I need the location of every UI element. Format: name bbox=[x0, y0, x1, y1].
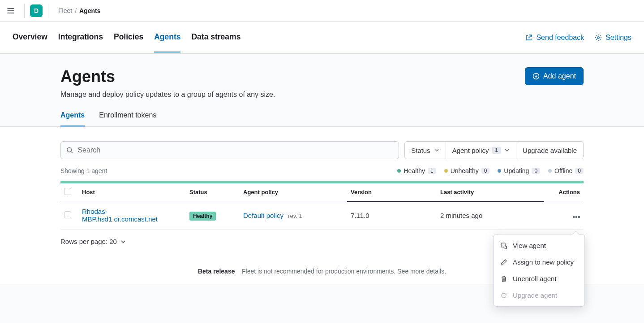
status-updating[interactable]: Updating 0 bbox=[498, 167, 540, 174]
page-description: Manage and deploy policy updates to a gr… bbox=[60, 91, 275, 99]
settings-label: Settings bbox=[605, 34, 631, 42]
th-agent-policy[interactable]: Agent policy bbox=[240, 183, 347, 201]
menu-label: Upgrade agent bbox=[513, 291, 557, 299]
row-actions-button[interactable] bbox=[573, 216, 580, 218]
status-label: Unhealthy bbox=[451, 167, 479, 174]
th-last-activity[interactable]: Last activity bbox=[437, 183, 544, 201]
plus-circle-icon bbox=[532, 73, 540, 80]
tab-agents[interactable]: Agents bbox=[154, 22, 180, 52]
policy-link[interactable]: Default policy bbox=[243, 212, 283, 219]
status-row: Showing 1 agent Healthy 1 Unhealthy 0 Up… bbox=[60, 167, 584, 174]
chevron-down-icon bbox=[504, 148, 510, 153]
tab-policies[interactable]: Policies bbox=[114, 22, 143, 52]
sort-indicator bbox=[347, 201, 437, 202]
space-initial: D bbox=[34, 7, 39, 14]
menu-unenroll-agent[interactable]: Unenroll agent bbox=[494, 270, 584, 287]
filter-agent-policy-label: Agent policy bbox=[452, 147, 489, 154]
status-count: 0 bbox=[481, 168, 490, 174]
svg-point-0 bbox=[597, 36, 599, 38]
row-actions-menu: View agent Assign to new policy Unenroll… bbox=[494, 234, 585, 307]
nav-tabs: Overview Integrations Policies Agents Da… bbox=[13, 22, 240, 52]
row-checkbox[interactable] bbox=[64, 211, 71, 218]
th-host[interactable]: Host bbox=[78, 183, 186, 201]
search-input[interactable] bbox=[77, 146, 393, 154]
settings-link[interactable]: Settings bbox=[595, 34, 631, 42]
svg-rect-5 bbox=[578, 216, 580, 218]
svg-rect-4 bbox=[575, 216, 577, 218]
status-count: 1 bbox=[428, 168, 436, 174]
showing-text: Showing 1 agent bbox=[60, 167, 107, 174]
policy-rev: rev. 1 bbox=[288, 213, 302, 219]
svg-rect-6 bbox=[501, 243, 505, 247]
menu-label: Assign to new policy bbox=[513, 258, 574, 266]
version-text: 7.11.0 bbox=[351, 212, 369, 219]
filter-agent-policy[interactable]: Agent policy 1 bbox=[446, 142, 516, 159]
search-box[interactable] bbox=[60, 141, 399, 159]
agents-table: Host Status Agent policy Version Last ac… bbox=[60, 183, 584, 230]
tab-data-streams[interactable]: Data streams bbox=[191, 22, 240, 52]
status-count: 0 bbox=[575, 168, 584, 174]
status-badge: Healthy bbox=[189, 212, 216, 221]
status-label: Healthy bbox=[404, 167, 425, 174]
host-link[interactable]: Rhodas-MBP.hsd1.or.comcast.net bbox=[82, 208, 158, 223]
table-row: Rhodas-MBP.hsd1.or.comcast.net Healthy D… bbox=[60, 201, 584, 230]
tab-integrations[interactable]: Integrations bbox=[58, 22, 103, 52]
divider bbox=[24, 4, 25, 18]
menu-view-agent[interactable]: View agent bbox=[494, 237, 584, 254]
status-label: Offline bbox=[554, 167, 572, 174]
status-offline[interactable]: Offline 0 bbox=[548, 167, 584, 174]
sub-tab-enrollment-tokens[interactable]: Enrollment tokens bbox=[99, 111, 156, 126]
status-label: Updating bbox=[504, 167, 529, 174]
chevron-down-icon bbox=[434, 148, 439, 153]
sort-indicator bbox=[437, 201, 544, 202]
gear-icon bbox=[595, 34, 602, 41]
sub-tabs: Agents Enrollment tokens bbox=[60, 111, 584, 126]
svg-rect-3 bbox=[573, 216, 575, 218]
send-feedback-label: Send feedback bbox=[536, 34, 584, 42]
space-selector[interactable]: D bbox=[30, 4, 43, 17]
breadcrumb-separator: / bbox=[75, 7, 77, 14]
filter-status-label: Status bbox=[411, 147, 430, 154]
boxes-horizontal-icon bbox=[573, 216, 580, 218]
beta-text: – Fleet is not recommended for productio… bbox=[235, 268, 446, 275]
send-feedback-link[interactable]: Send feedback bbox=[525, 34, 584, 42]
th-status[interactable]: Status bbox=[186, 183, 240, 201]
status-unhealthy[interactable]: Unhealthy 0 bbox=[444, 167, 490, 174]
svg-point-2 bbox=[67, 148, 72, 152]
inspect-icon bbox=[500, 242, 507, 249]
nav-row: Overview Integrations Policies Agents Da… bbox=[0, 22, 644, 54]
filter-group: Status Agent policy 1 Upgrade available bbox=[404, 141, 584, 159]
pencil-icon bbox=[500, 259, 507, 266]
status-count: 0 bbox=[532, 168, 540, 174]
dot-icon bbox=[498, 169, 501, 173]
dot-icon bbox=[397, 169, 401, 173]
menu-label: View agent bbox=[513, 242, 546, 249]
refresh-icon bbox=[500, 292, 507, 299]
top-header: D Fleet / Agents bbox=[0, 0, 644, 22]
th-actions: Actions bbox=[544, 183, 584, 201]
dot-icon bbox=[548, 169, 552, 173]
dot-icon bbox=[444, 169, 448, 173]
page-title: Agents bbox=[60, 67, 275, 86]
menu-upgrade-agent: Upgrade agent bbox=[494, 287, 584, 304]
menu-label: Unenroll agent bbox=[513, 275, 557, 282]
sub-tab-agents[interactable]: Agents bbox=[60, 111, 85, 126]
select-all-checkbox[interactable] bbox=[64, 188, 71, 195]
page-header: Agents Manage and deploy policy updates … bbox=[0, 54, 644, 127]
last-activity-text: 2 minutes ago bbox=[440, 212, 482, 219]
breadcrumb: Fleet / Agents bbox=[58, 7, 100, 14]
filter-upgrade-available[interactable]: Upgrade available bbox=[516, 142, 583, 159]
filter-agent-policy-count: 1 bbox=[492, 147, 501, 154]
status-healthy[interactable]: Healthy 1 bbox=[397, 167, 436, 174]
add-agent-label: Add agent bbox=[543, 72, 576, 80]
tab-overview[interactable]: Overview bbox=[13, 22, 47, 52]
breadcrumb-parent[interactable]: Fleet bbox=[58, 7, 72, 14]
th-version[interactable]: Version bbox=[347, 183, 437, 201]
nav-toggle-button[interactable] bbox=[4, 4, 18, 18]
rows-per-page-label: Rows per page: 20 bbox=[60, 238, 117, 245]
add-agent-button[interactable]: Add agent bbox=[525, 67, 584, 85]
rows-per-page-selector[interactable]: Rows per page: 20 bbox=[60, 238, 126, 245]
search-icon bbox=[66, 147, 73, 154]
filter-status[interactable]: Status bbox=[405, 142, 446, 159]
menu-assign-policy[interactable]: Assign to new policy bbox=[494, 254, 584, 270]
